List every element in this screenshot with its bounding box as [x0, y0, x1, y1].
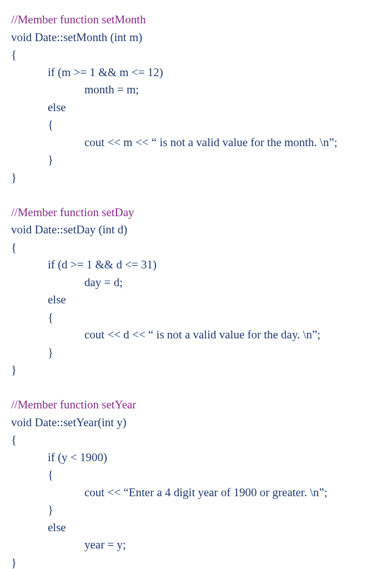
code-line: {: [11, 431, 381, 449]
code-line: else: [11, 99, 381, 117]
code-line: }: [11, 501, 381, 519]
code-line: void Date::setMonth (int m): [11, 29, 381, 47]
code-text: if (y < 1900): [48, 451, 107, 464]
code-line: }: [11, 554, 381, 570]
code-line: cout << m << “ is not a valid value for …: [11, 134, 381, 152]
code-line: [11, 186, 381, 204]
code-text: if (m >= 1 && m <= 12): [48, 66, 163, 79]
code-line: }: [11, 344, 381, 362]
code-text: }: [48, 503, 53, 516]
code-text: {: [48, 118, 53, 131]
code-line: [11, 379, 381, 397]
code-text: {: [11, 433, 17, 446]
code-line: cout << d << “ is not a valid value for …: [11, 326, 381, 344]
code-text: else: [48, 293, 66, 306]
code-text: cout << d << “ is not a valid value for …: [84, 328, 320, 341]
code-text: {: [48, 468, 53, 481]
code-line: //Member function setDay: [11, 204, 381, 222]
code-text: else: [48, 101, 66, 114]
code-text: {: [11, 48, 17, 61]
code-line: year = y;: [11, 536, 381, 554]
code-line: }: [11, 151, 381, 169]
code-text: cout << “Enter a 4 digit year of 1900 or…: [84, 486, 328, 499]
code-text: else: [48, 521, 66, 534]
code-line: //Member function setYear: [11, 396, 381, 414]
code-text: void Date::setYear(int y): [11, 416, 127, 429]
code-text: }: [11, 171, 17, 184]
code-line: void Date::setDay (int d): [11, 221, 381, 239]
code-text: day = d;: [84, 276, 123, 289]
code-line: {: [11, 466, 381, 484]
code-text: if (d >= 1 && d <= 31): [48, 258, 157, 271]
code-text: }: [48, 153, 53, 166]
code-text: }: [48, 346, 53, 359]
code-text: year = y;: [84, 538, 126, 551]
code-block: //Member function setMonthvoid Date::set…: [11, 11, 381, 569]
code-line: {: [11, 46, 381, 64]
code-line: if (d >= 1 && d <= 31): [11, 256, 381, 274]
code-line: {: [11, 309, 381, 327]
code-line: }: [11, 361, 381, 379]
comment-text: //Member function setYear: [11, 398, 136, 411]
code-line: {: [11, 239, 381, 257]
code-line: cout << “Enter a 4 digit year of 1900 or…: [11, 484, 381, 502]
comment-text: //Member function setMonth: [11, 13, 146, 26]
code-text: {: [11, 241, 17, 254]
code-line: else: [11, 291, 381, 309]
code-text: void Date::setDay (int d): [11, 223, 127, 236]
code-text: cout << m << “ is not a valid value for …: [84, 136, 338, 149]
code-line: month = m;: [11, 81, 381, 99]
code-line: //Member function setMonth: [11, 11, 381, 29]
code-text: month = m;: [84, 83, 139, 96]
code-text: }: [11, 556, 17, 569]
code-line: if (m >= 1 && m <= 12): [11, 64, 381, 82]
code-line: void Date::setYear(int y): [11, 414, 381, 432]
code-line: else: [11, 519, 381, 537]
code-text: }: [11, 363, 17, 376]
code-line: day = d;: [11, 274, 381, 292]
code-line: }: [11, 169, 381, 187]
code-text: {: [48, 311, 53, 324]
comment-text: //Member function setDay: [11, 206, 134, 219]
code-line: if (y < 1900): [11, 449, 381, 467]
code-text: void Date::setMonth (int m): [11, 31, 142, 44]
code-line: {: [11, 116, 381, 134]
